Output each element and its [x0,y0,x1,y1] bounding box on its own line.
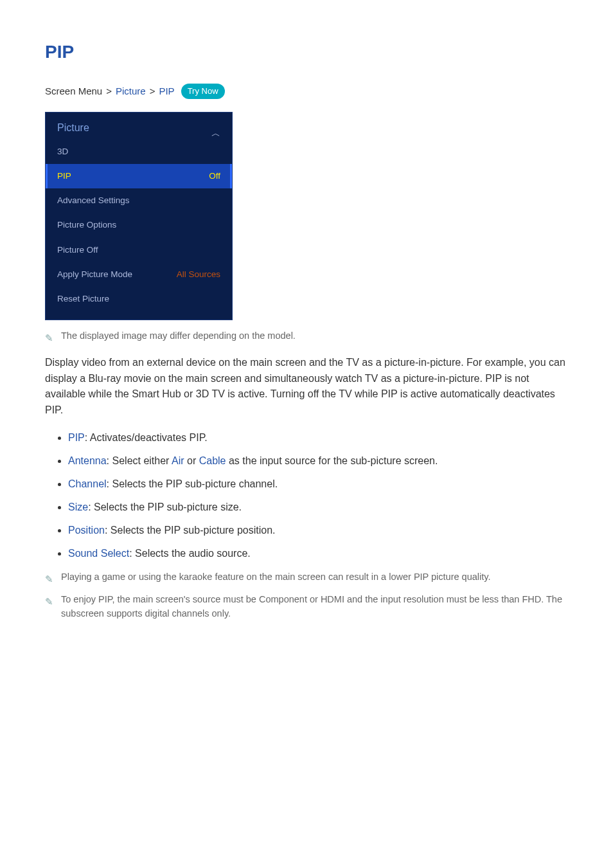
intro-paragraph: Display video from an external device on… [45,355,568,419]
note-icon: ✎ [45,595,53,610]
menu-item-label: Picture Off [57,244,98,257]
try-now-badge[interactable]: Try Now [181,84,225,99]
breadcrumb-picture[interactable]: Picture [116,84,146,99]
menu-header-title: Picture [57,120,89,136]
menu-item-value: All Sources [177,268,220,281]
menu-header: Picture ︿ [46,113,232,140]
list-item: Size: Selects the PIP sub-picture size. [68,500,568,515]
menu-item-advanced-settings[interactable]: Advanced Settings [46,188,232,213]
note-game-karaoke: ✎ Playing a game or using the karaoke fe… [45,570,568,587]
setting-desc: : Selects the PIP sub-picture position. [105,525,276,536]
setting-label-sound-select: Sound Select [68,548,129,559]
list-item: Position: Selects the PIP sub-picture po… [68,523,568,538]
menu-item-label: 3D [57,145,68,158]
note-text: The displayed image may differ depending… [61,329,296,343]
note-icon: ✎ [45,572,53,587]
menu-item-label: PIP [57,170,71,183]
setting-label-position: Position [68,525,105,536]
menu-item-label: Picture Options [57,219,116,231]
setting-label-antenna: Antenna [68,455,107,466]
menu-item-picture-off[interactable]: Picture Off [46,238,232,262]
menu-item-reset-picture[interactable]: Reset Picture [46,287,232,320]
setting-desc: : Selects the PIP sub-picture size. [88,502,242,512]
setting-desc: : Selects the PIP sub-picture channel. [107,478,278,489]
menu-item-label: Apply Picture Mode [57,268,132,281]
setting-desc-pre: : Select either [107,455,172,466]
setting-label-size: Size [68,502,88,512]
chevron-right-icon: > [106,84,112,99]
menu-item-value: Off [209,170,220,183]
menu-item-pip[interactable]: PIP Off [46,164,232,188]
setting-desc: : Selects the audio source. [129,548,251,559]
menu-item-label: Advanced Settings [57,194,130,207]
note-source-requirement: ✎ To enjoy PIP, the main screen's source… [45,593,568,621]
setting-desc-post: as the input source for the sub-picture … [226,455,438,466]
option-cable: Cable [199,455,226,466]
menu-item-apply-picture-mode[interactable]: Apply Picture Mode All Sources [46,262,232,287]
breadcrumb-pip[interactable]: PIP [159,84,174,99]
menu-item-label: Reset Picture [57,293,109,305]
note-icon: ✎ [45,331,53,346]
chevron-up-icon: ︿ [211,127,220,140]
list-item: Channel: Selects the PIP sub-picture cha… [68,476,568,492]
setting-desc: : Activates/deactivates PIP. [85,432,208,443]
list-item: Sound Select: Selects the audio source. [68,546,568,561]
list-item: Antenna: Select either Air or Cable as t… [68,453,568,469]
note-image-differ: ✎ The displayed image may differ dependi… [45,329,568,346]
settings-list: PIP: Activates/deactivates PIP. Antenna:… [45,430,568,561]
menu-item-picture-options[interactable]: Picture Options [46,213,232,237]
page-title: PIP [45,39,568,66]
note-text: To enjoy PIP, the main screen's source m… [61,593,568,621]
breadcrumb-root: Screen Menu [45,84,102,99]
list-item: PIP: Activates/deactivates PIP. [68,430,568,446]
breadcrumb: Screen Menu > Picture > PIP Try Now [45,84,568,99]
chevron-right-icon: > [150,84,155,99]
setting-label-pip: PIP [68,432,85,443]
note-text: Playing a game or using the karaoke feat… [61,570,490,584]
option-air: Air [172,455,184,466]
setting-label-channel: Channel [68,478,107,489]
menu-item-3d[interactable]: 3D [46,140,232,164]
menu-preview: Picture ︿ 3D PIP Off Advanced Settings P… [45,112,233,321]
setting-desc-mid: or [184,455,199,466]
